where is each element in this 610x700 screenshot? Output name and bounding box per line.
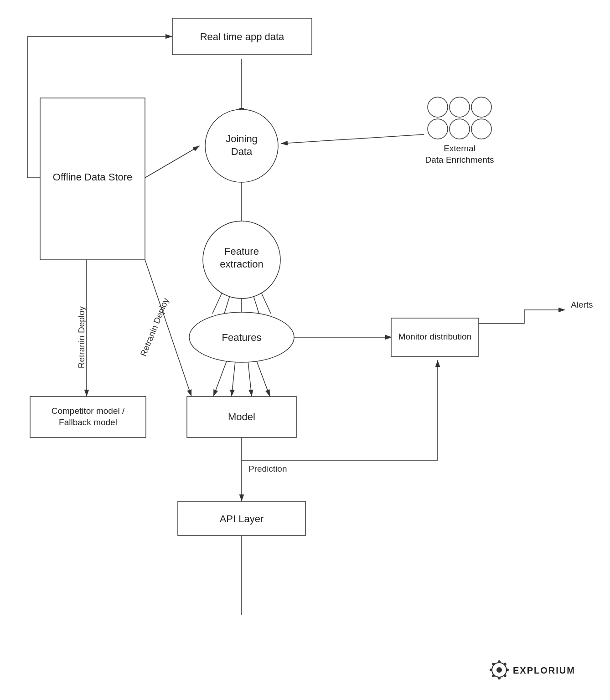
joining-data-label-2: Data (231, 146, 253, 157)
svg-point-9 (492, 674, 495, 677)
arrow-features-model-1 (213, 360, 227, 396)
svg-point-8 (498, 677, 501, 679)
line-feature-ext-5 (261, 292, 271, 314)
ext-circle-4 (428, 119, 448, 139)
competitor-model-label-2: Fallback model (59, 417, 117, 427)
arrow-features-model-4 (256, 360, 270, 396)
prediction-label: Prediction (248, 464, 287, 474)
joining-data-label-1: Joining (226, 133, 258, 144)
feature-extraction-label-1: Feature (224, 246, 259, 257)
external-data-label-1: External (444, 144, 476, 153)
brand-name: EXPLORIUM (513, 665, 575, 675)
arrow-features-model-2 (232, 361, 235, 396)
svg-point-11 (492, 663, 495, 665)
svg-point-4 (498, 660, 501, 663)
arrow-offline-to-joining (145, 146, 200, 178)
ext-circle-6 (471, 119, 491, 139)
real-time-app-data-label: Real time app data (200, 31, 284, 42)
arrow-external-to-joining (281, 134, 424, 144)
ext-circle-5 (450, 119, 470, 139)
competitor-model-label-1: Competitor model / (52, 406, 125, 416)
line-feature-ext-1 (212, 292, 222, 314)
ext-circle-3 (471, 97, 491, 117)
svg-point-5 (504, 663, 507, 665)
architecture-diagram: Prediction Real time app data Joining Da… (0, 0, 610, 700)
brand-logo (490, 660, 509, 679)
competitor-model-box (30, 396, 146, 438)
alerts-label: Alerts (571, 300, 593, 309)
arrow-features-model-3 (248, 361, 252, 396)
svg-point-10 (490, 669, 492, 671)
features-label: Features (222, 332, 262, 343)
svg-point-7 (504, 674, 507, 677)
api-layer-label: API Layer (220, 513, 264, 525)
retrain-deploy-label-1: Retranin Deploy (77, 306, 86, 368)
model-label: Model (228, 411, 255, 422)
retrain-deploy-label-2: Retranin Deploy (139, 296, 171, 358)
feature-extraction-label-2: extraction (220, 258, 263, 270)
svg-point-3 (496, 667, 502, 673)
external-data-label-2: Data Enrichments (425, 155, 494, 165)
monitor-distribution-label: Monitor distribution (398, 332, 472, 341)
ext-circle-2 (450, 97, 470, 117)
ext-circle-1 (428, 97, 448, 117)
offline-data-store-label: Offline Data Store (53, 171, 132, 183)
svg-point-6 (506, 669, 509, 671)
